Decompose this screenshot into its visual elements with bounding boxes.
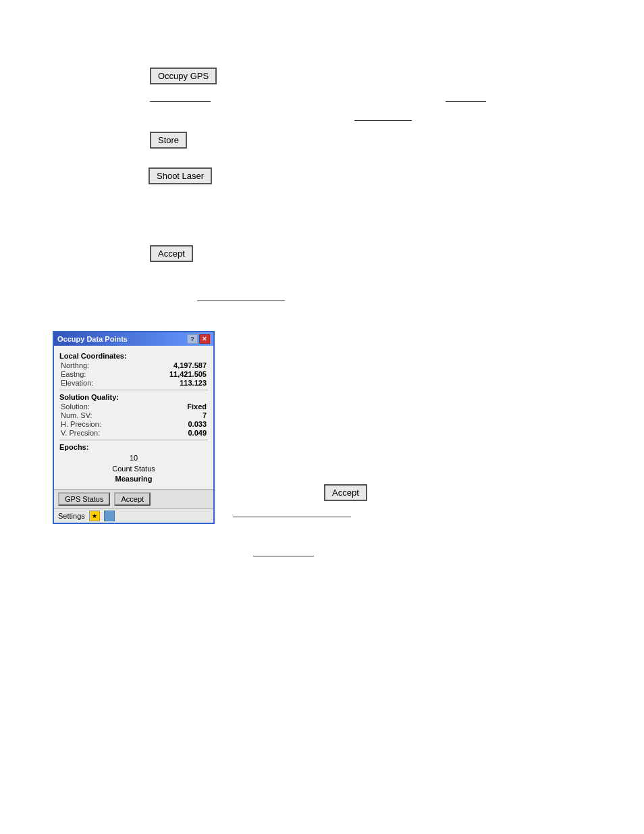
dialog-accept-button[interactable]: Accept	[114, 492, 151, 506]
shoot-laser-button[interactable]: Shoot Laser	[149, 167, 212, 184]
northing-label: Northng:	[61, 361, 89, 369]
easting-label: Eastng:	[61, 370, 86, 378]
dialog-title: Occupy Data Points	[57, 335, 128, 343]
gps-status-button[interactable]: GPS Status	[58, 492, 110, 506]
solution-value: Fixed	[187, 402, 207, 411]
field-underline-1	[150, 91, 211, 102]
v-precision-value: 0.049	[188, 429, 207, 437]
h-precision-row: H. Precsion: 0.033	[59, 420, 208, 428]
dialog-help-button[interactable]: ?	[187, 334, 198, 344]
dialog-titlebar: Occupy Data Points ? ✕	[54, 332, 213, 346]
num-sv-row: Num. SV: 7	[59, 411, 208, 419]
epochs-number: 10	[130, 454, 138, 462]
elevation-label: Elevation:	[61, 379, 93, 387]
northing-value: 4,197.587	[173, 361, 207, 369]
field-underline-4	[197, 290, 285, 301]
v-precision-label: V. Precsion:	[61, 429, 100, 437]
local-coords-label: Local Coordinates:	[59, 352, 208, 360]
num-sv-label: Num. SV:	[61, 411, 92, 419]
count-status-value: Measuring	[115, 475, 152, 483]
solution-row: Solution: Fixed	[59, 402, 208, 411]
settings-grid-icon[interactable]	[104, 511, 115, 521]
dialog-close-button[interactable]: ✕	[199, 334, 210, 344]
accept-button[interactable]: Accept	[150, 245, 193, 262]
northing-row: Northng: 4,197.587	[59, 361, 208, 369]
solution-quality-label: Solution Quality:	[59, 393, 208, 401]
dialog-title-buttons: ? ✕	[187, 334, 210, 344]
dialog-footer: GPS Status Accept	[54, 489, 213, 509]
epochs-value: 10	[59, 454, 208, 462]
field-underline-3	[354, 110, 412, 121]
settings-bar: Settings ★	[54, 509, 213, 523]
num-sv-value: 7	[203, 411, 207, 419]
v-precision-row: V. Precsion: 0.049	[59, 429, 208, 437]
dialog-body: Local Coordinates: Northng: 4,197.587 Ea…	[54, 346, 213, 489]
field-underline-6	[253, 546, 314, 556]
occupy-gps-button[interactable]: Occupy GPS	[150, 68, 217, 84]
store-button[interactable]: Store	[150, 132, 187, 149]
h-precision-label: H. Precsion:	[61, 420, 101, 428]
h-precision-value: 0.033	[188, 420, 207, 428]
easting-row: Eastng: 11,421.505	[59, 370, 208, 378]
elevation-row: Elevation: 113.123	[59, 379, 208, 387]
field-underline-2	[446, 91, 486, 102]
field-underline-5	[233, 506, 351, 517]
elevation-value: 113.123	[180, 379, 207, 387]
solution-label: Solution:	[61, 402, 90, 411]
easting-value: 11,421.505	[169, 370, 207, 378]
count-status-label: Count Status	[112, 465, 155, 473]
settings-star-icon[interactable]: ★	[89, 511, 100, 521]
accept-button-right[interactable]: Accept	[324, 484, 367, 501]
occupy-data-points-dialog: Occupy Data Points ? ✕ Local Coordinates…	[53, 331, 215, 524]
epochs-label: Epochs:	[59, 443, 208, 451]
settings-label: Settings	[58, 512, 85, 520]
